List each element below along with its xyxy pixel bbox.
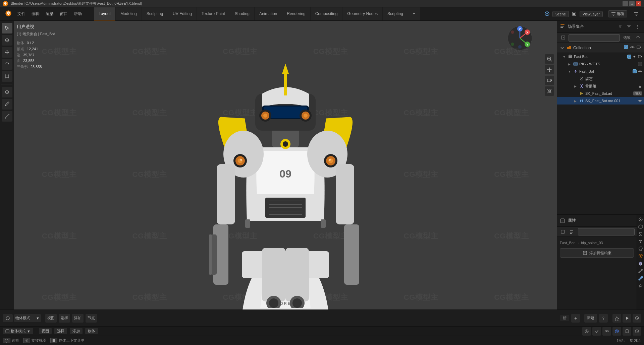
close-button[interactable]: ✕ (636, 1, 641, 6)
tab-texture-paint[interactable]: Texture Paint (197, 7, 230, 20)
viewlayer-name[interactable]: ViewLayer (580, 11, 603, 17)
modebar-select-btn[interactable]: 选择 (54, 328, 67, 334)
fastbot-arm-check[interactable]: ✓ (633, 69, 637, 73)
tool-transform[interactable] (2, 87, 12, 97)
sk-mo-eye[interactable] (638, 99, 642, 103)
expand-fastbot-arm[interactable]: ▼ (568, 70, 572, 73)
outliner-sync-btn[interactable] (634, 35, 642, 41)
tab-rendering[interactable]: Rendering (282, 7, 310, 20)
tl-add-track[interactable]: + (571, 314, 580, 323)
mode-bar-icon2[interactable] (592, 327, 601, 336)
props-icon-modifier[interactable] (637, 231, 644, 237)
collection-viewport-check[interactable]: ✓ (624, 45, 628, 49)
tab-modeling[interactable]: Modeling (116, 7, 142, 20)
tl-sync-btn[interactable] (633, 314, 641, 323)
mode-bar-icon6[interactable] (633, 327, 641, 336)
tree-item-sk-fast-bot-ad[interactable]: SK_Fast_Bot.ad NLA (557, 90, 644, 97)
fastbot-eye[interactable] (633, 55, 637, 59)
blender-menu[interactable] (3, 9, 14, 19)
rig-wgts-check[interactable] (638, 62, 642, 66)
tab-uv-editing[interactable]: UV Editing (168, 7, 197, 20)
tab-scripting[interactable]: Scripting (383, 7, 408, 20)
tab-shading[interactable]: Shading (230, 7, 254, 20)
tool-scale[interactable] (2, 71, 12, 82)
tab-geometry-nodes[interactable]: Geometry Nodes (342, 7, 382, 20)
tl-view-btn[interactable]: 视图 (45, 314, 57, 323)
collection-expand-icon[interactable] (560, 46, 565, 50)
tree-item-rig-wgts[interactable]: ▶ RIG - WGTS (557, 60, 644, 68)
menu-item-file[interactable]: 文件 (15, 10, 28, 18)
expand-fastbot[interactable]: ▼ (562, 55, 567, 59)
expand-skeleton[interactable]: ▶ (574, 84, 578, 88)
modebar-view-btn[interactable]: 视图 (39, 328, 52, 334)
tree-item-pose[interactable]: 姿态 (557, 75, 644, 82)
menu-item-help[interactable]: 帮助 (71, 10, 85, 18)
tool-annotate[interactable] (2, 99, 12, 110)
props-list-btn[interactable] (568, 228, 575, 235)
tool-measure[interactable] (2, 111, 12, 122)
mode-indicator[interactable]: 物体模式 ▼ (3, 328, 33, 334)
tab-layout[interactable]: Layout (94, 7, 115, 20)
scene-name[interactable]: Scene (552, 11, 569, 17)
menu-item-window[interactable]: 窗口 (57, 10, 70, 18)
tab-animation[interactable]: Animation (255, 7, 282, 20)
viewport[interactable]: CG模型主 CG模型主 CG模型主 CG模型主 CG模型主 CG模型主 CG模型… (14, 21, 557, 328)
outliner-sort-btn[interactable] (616, 23, 624, 30)
outliner-display-mode[interactable] (559, 35, 567, 41)
collection-camera-icon[interactable] (637, 45, 641, 51)
tl-select-btn[interactable]: 选择 (59, 314, 70, 323)
outliner-filter-toggle[interactable]: 选项 (621, 34, 633, 41)
tool-rotate[interactable] (2, 59, 12, 70)
modebar-add-btn[interactable]: 添加 (70, 328, 83, 334)
tl-mode-btn[interactable] (3, 314, 13, 322)
mode-bar-icon5[interactable] (623, 327, 631, 336)
props-icon-object[interactable] (637, 223, 644, 230)
mode-bar-icon3[interactable] (602, 327, 611, 336)
tl-new-btn[interactable]: 新建 (584, 314, 597, 323)
props-search-input[interactable] (578, 228, 635, 235)
tree-item-skeleton[interactable]: ▶ 骨骼组 (557, 82, 644, 90)
expand-sk-mo[interactable]: ▶ (574, 99, 578, 103)
zoom-to-fit-btn[interactable] (545, 54, 554, 64)
fastbot-cam[interactable] (638, 55, 642, 59)
camera-view-btn[interactable] (545, 76, 554, 85)
pan-view-btn[interactable] (545, 65, 554, 74)
fastbot-arm-eye[interactable] (638, 69, 642, 73)
outliner-options-btn[interactable]: ⋮ (634, 23, 641, 30)
props-icon-bone[interactable] (637, 268, 644, 274)
tool-select[interactable] (2, 23, 12, 33)
tl-play-btn[interactable] (623, 314, 631, 323)
mode-bar-icon1[interactable] (582, 327, 591, 336)
tl-node-btn[interactable]: 节点 (86, 314, 97, 323)
props-icon-scene[interactable] (637, 216, 644, 223)
props-icon-object-data[interactable] (637, 260, 644, 267)
outliner-filter-btn[interactable] (625, 23, 633, 30)
props-icon-constraints[interactable] (637, 253, 644, 260)
menu-item-edit[interactable]: 编辑 (29, 10, 42, 18)
menu-item-render[interactable]: 渲染 (43, 10, 56, 18)
modebar-node-btn[interactable]: 物体 (85, 328, 98, 334)
tab-compositing[interactable]: Compositing (311, 7, 342, 20)
tl-add-btn[interactable]: 添加 (72, 314, 84, 323)
tab-sculpting[interactable]: Sculpting (142, 7, 168, 20)
collection-eye-icon[interactable] (630, 45, 635, 51)
maximize-button[interactable]: □ (629, 1, 635, 6)
blender-logo[interactable] (3, 1, 8, 6)
viewport-gizmo[interactable]: Z X Y (506, 25, 533, 52)
skeleton-pin[interactable] (638, 84, 642, 88)
tool-move[interactable] (2, 47, 12, 58)
add-bone-constraint-btn[interactable]: 添加骨骼约束 (560, 248, 634, 258)
props-icon-particles[interactable] (637, 238, 644, 245)
tl-pin-btn[interactable] (599, 314, 608, 323)
tree-item-sk-fast-bot-mo[interactable]: ▶ SK_Fast_Bot.mo.001 (557, 97, 644, 105)
tree-item-fastbot-group[interactable]: ▼ Fast Bot ✓ (557, 53, 644, 60)
tl-keyframe-btn[interactable] (612, 314, 621, 323)
outliner-search-input[interactable] (569, 34, 620, 42)
title-bar-controls[interactable]: — □ ✕ (623, 1, 641, 6)
tool-cursor[interactable] (2, 35, 12, 46)
props-mode-btn[interactable] (559, 228, 567, 235)
props-icon-physics[interactable] (637, 246, 644, 252)
tl-obj-mode[interactable]: 物体模式 ▼ (14, 314, 41, 322)
grid-view-btn[interactable] (545, 86, 554, 96)
minimize-button[interactable]: — (623, 1, 628, 6)
